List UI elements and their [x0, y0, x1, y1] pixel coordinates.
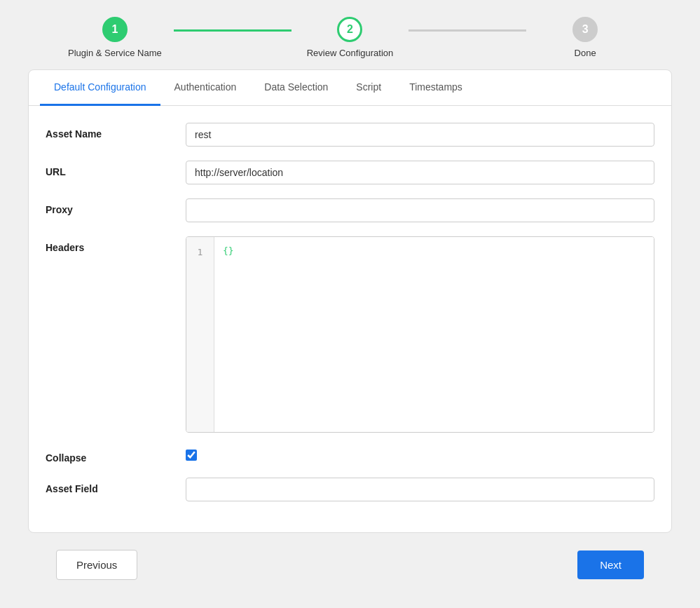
tab-timestamps[interactable]: Timestamps [395, 70, 476, 106]
tab-bar: Default Configuration Authentication Dat… [29, 70, 671, 106]
step-3-label: Done [575, 48, 596, 58]
headers-label: Headers [46, 236, 186, 253]
url-label: URL [46, 161, 186, 177]
footer: Previous Next [0, 533, 700, 597]
asset-field-input[interactable] [186, 478, 654, 501]
collapse-checkbox[interactable] [186, 450, 197, 461]
collapse-checkbox-wrapper [186, 447, 197, 461]
next-button[interactable]: Next [577, 550, 644, 579]
proxy-label: Proxy [46, 198, 186, 215]
url-row: URL [46, 161, 654, 184]
proxy-row: Proxy [46, 198, 654, 222]
code-content[interactable]: {} [214, 237, 654, 432]
step-2: 2 Review Configuration [291, 17, 409, 58]
headers-row: Headers 1 {} [46, 236, 654, 433]
step-1: 1 Plugin & Service Name [56, 17, 174, 58]
asset-field-label: Asset Field [46, 478, 186, 494]
line-numbers: 1 [186, 237, 214, 432]
step-1-circle: 1 [102, 17, 128, 42]
proxy-input[interactable] [186, 198, 654, 222]
step-3-circle: 3 [572, 17, 598, 42]
step-line-1 [174, 29, 291, 32]
collapse-row: Collapse [46, 447, 654, 464]
form-body: Asset Name URL Proxy Headers 1 {} [29, 106, 671, 532]
url-input[interactable] [186, 161, 654, 184]
step-line-2 [409, 29, 526, 32]
tab-data-selection[interactable]: Data Selection [250, 70, 342, 106]
previous-button[interactable]: Previous [56, 550, 137, 580]
tab-default-configuration[interactable]: Default Configuration [40, 70, 160, 106]
collapse-label: Collapse [46, 447, 186, 464]
asset-name-row: Asset Name [46, 123, 654, 147]
asset-name-input[interactable] [186, 123, 654, 147]
headers-editor[interactable]: 1 {} [186, 236, 654, 433]
main-card: Default Configuration Authentication Dat… [28, 69, 672, 533]
step-1-label: Plugin & Service Name [68, 48, 162, 58]
step-3: 3 Done [526, 17, 644, 58]
asset-field-row: Asset Field [46, 478, 654, 501]
step-2-circle: 2 [337, 17, 362, 42]
step-2-label: Review Configuration [307, 48, 394, 58]
tab-authentication[interactable]: Authentication [160, 70, 251, 106]
code-braces: {} [223, 245, 234, 256]
tab-script[interactable]: Script [342, 70, 395, 106]
stepper: 1 Plugin & Service Name 2 Review Configu… [0, 0, 700, 69]
asset-name-label: Asset Name [46, 123, 186, 140]
